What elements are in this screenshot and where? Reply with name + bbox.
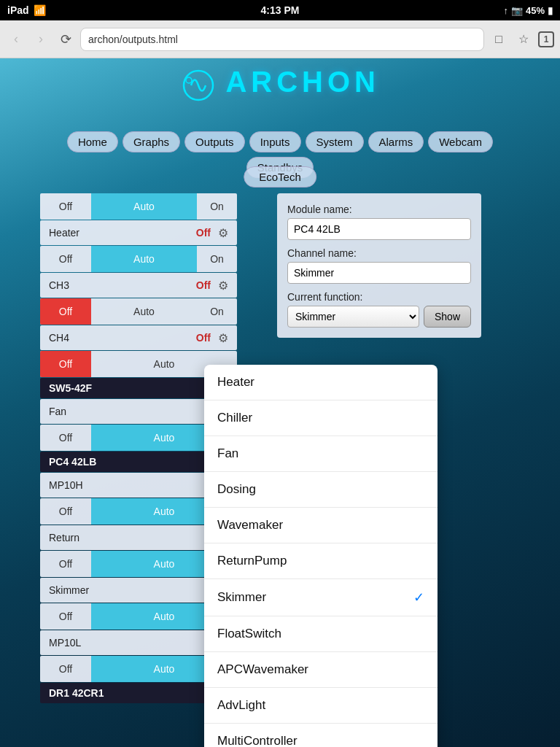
show-button[interactable]: Show [424,306,471,328]
nav-home[interactable]: Home [67,131,118,152]
function-dropdown[interactable]: Heater Chiller Fan Dosing Wavemaker Retu… [204,365,438,747]
status-bar: iPad 📶 4:13 PM ↑ 📷 45% ▮ [0,0,560,20]
on-btn-2[interactable]: On [197,246,237,272]
refresh-button[interactable]: ⟳ [55,29,76,50]
auto-btn-1[interactable]: Auto [91,193,197,220]
bookmark-button[interactable]: ☆ [513,29,534,50]
wifi-icon: 📶 [34,4,46,16]
time-label: 4:13 PM [261,4,300,16]
dropdown-fan[interactable]: Fan [204,436,438,472]
off-btn-5[interactable]: Off [40,425,91,451]
heater-status: Off [196,227,211,239]
ch3-gear-icon[interactable]: ⚙ [218,279,228,293]
controls-row-2: Off Auto On [40,246,237,272]
heater-label-row: Heater Off ⚙ [40,220,237,245]
dropdown-dosing[interactable]: Dosing [204,472,438,508]
off-btn-8[interactable]: Off [40,603,91,630]
svg-point-1 [186,77,192,83]
off-btn-7[interactable]: Off [40,551,91,577]
on-btn-1[interactable]: On [197,193,237,220]
heater-gear-icon[interactable]: ⚙ [218,226,228,240]
right-panel: Module name: Channel name: Current funct… [277,193,481,338]
mp10l-name: MP10L [49,637,214,649]
dropdown-multicontroller[interactable]: MultiController [204,724,438,747]
channel-name-input[interactable] [287,262,471,284]
nav-outputs[interactable]: Outputs [184,131,245,152]
off-btn-4[interactable]: Off [40,351,91,377]
dropdown-advlight[interactable]: AdvLight [204,688,438,724]
ch4-gear-icon[interactable]: ⚙ [218,331,228,345]
auto-btn-3[interactable]: Auto [91,298,197,325]
off-btn-1[interactable]: Off [40,193,91,220]
dropdown-apcwavemaker[interactable]: APCWavemaker [204,652,438,688]
ch3-name: CH3 [49,279,196,291]
carrier-label: iPad [7,4,29,16]
forward-button[interactable]: › [31,29,51,50]
module-name-input[interactable] [287,218,471,240]
function-row: Skimmer Show [287,306,471,328]
dropdown-returnpump[interactable]: ReturnPump [204,543,438,579]
signal-icon: ↑ [503,5,508,16]
battery-label: 45% [526,5,545,16]
controls-row-1: Off Auto On [40,193,237,220]
logo-area: ARCHON [180,66,380,107]
ch4-label-row: CH4 Off ⚙ [40,325,237,350]
selected-checkmark: ✓ [413,589,424,605]
battery-icon: ▮ [548,5,553,16]
ch4-name: CH4 [49,332,196,344]
off-btn-3[interactable]: Off [40,298,91,325]
skimmer-name: Skimmer [49,584,214,596]
dropdown-wavemaker[interactable]: Wavemaker [204,508,438,543]
ch3-status: Off [196,279,211,291]
nav-inputs[interactable]: Inputs [249,131,301,152]
back-button[interactable]: ‹ [6,29,26,50]
current-function-label: Current function: [287,291,471,303]
heater-name: Heater [49,227,196,239]
url-text: archon/outputs.html [88,34,178,45]
ch3-label-row: CH3 Off ⚙ [40,273,237,298]
dropdown-floatswitch[interactable]: FloatSwitch [204,616,438,652]
logo-text: ARCHON [225,66,380,98]
nav-system[interactable]: System [306,131,364,152]
ch4-status: Off [196,332,211,344]
main-content: ARCHON Home Graphs Outputs Inputs System… [0,58,560,747]
url-bar[interactable]: archon/outputs.html [80,28,484,51]
nav-graphs[interactable]: Graphs [122,131,180,152]
tab-count[interactable]: 1 [538,31,554,47]
dropdown-chiller[interactable]: Chiller [204,400,438,436]
share-button[interactable]: □ [489,29,509,50]
return-name: Return [49,532,214,543]
logo-icon [180,67,217,104]
controls-row-3: Off Auto On [40,298,237,325]
off-btn-6[interactable]: Off [40,498,91,525]
function-select[interactable]: Skimmer [287,306,419,328]
dropdown-heater[interactable]: Heater [204,365,438,400]
channel-name-label: Channel name: [287,247,471,259]
on-btn-3[interactable]: On [197,298,237,325]
auto-btn-2[interactable]: Auto [91,246,197,272]
mp10h-name: MP10H [49,479,214,491]
nav-alarms[interactable]: Alarms [368,131,424,152]
bluetooth-icon: 📷 [511,5,523,16]
dropdown-skimmer[interactable]: Skimmer ✓ [204,579,438,616]
off-btn-9[interactable]: Off [40,656,91,682]
nav-webcam[interactable]: Webcam [428,131,493,152]
module-name-label: Module name: [287,204,471,215]
off-btn-2[interactable]: Off [40,246,91,272]
ecotech-button[interactable]: EcoTech [244,166,316,187]
browser-chrome: ‹ › ⟳ archon/outputs.html □ ☆ 1 [0,20,560,58]
fan-name: Fan [49,406,214,417]
